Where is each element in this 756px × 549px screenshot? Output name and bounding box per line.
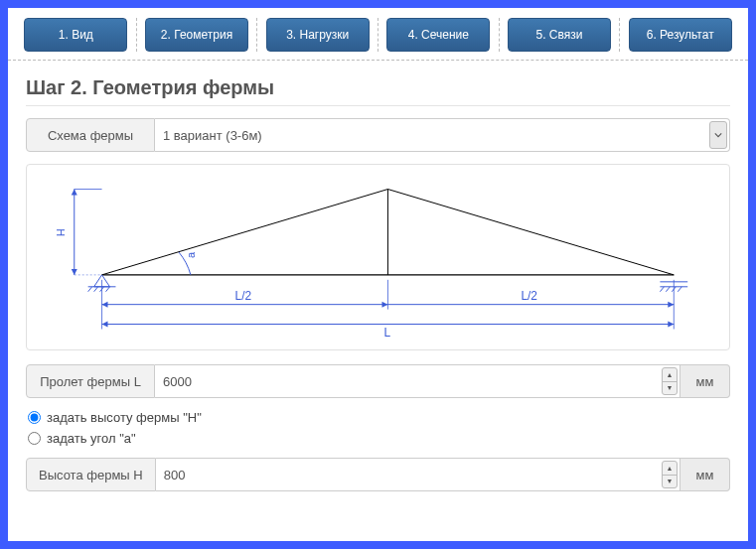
- truss-svg: H a L/2 L/2 L: [43, 181, 713, 340]
- scheme-label: Схема фермы: [26, 118, 155, 152]
- svg-text:L: L: [383, 326, 390, 340]
- scheme-row: Схема фермы 1 вариант (3-6м): [26, 118, 730, 152]
- height-unit: мм: [680, 458, 730, 491]
- svg-line-14: [678, 287, 681, 292]
- define-mode-group: задать высоту фермы "H" задать угол "a": [28, 410, 730, 446]
- svg-line-5: [88, 287, 92, 292]
- tab-links[interactable]: 5. Связи: [508, 18, 611, 52]
- height-row: Высота фермы H ▲ ▼ мм: [26, 458, 730, 491]
- chevron-up-icon: ▲: [663, 462, 677, 476]
- svg-line-8: [106, 287, 110, 292]
- chevron-down-icon: ▼: [663, 476, 677, 488]
- chevron-up-icon: ▲: [663, 368, 677, 382]
- scheme-value: 1 вариант (3-6м): [163, 128, 262, 143]
- span-row: Пролет фермы L ▲ ▼ мм: [26, 364, 730, 398]
- scheme-select[interactable]: 1 вариант (3-6м): [155, 118, 730, 152]
- radio-angle[interactable]: задать угол "a": [28, 431, 730, 446]
- chevron-down-icon: ▼: [663, 382, 677, 395]
- svg-text:H: H: [55, 228, 67, 236]
- span-unit: мм: [680, 364, 730, 398]
- span-label: Пролет фермы L: [26, 364, 155, 398]
- tab-view[interactable]: 1. Вид: [24, 18, 127, 52]
- svg-line-6: [94, 287, 98, 292]
- tab-section[interactable]: 4. Сечение: [386, 18, 490, 52]
- svg-text:L/2: L/2: [235, 289, 252, 303]
- span-input[interactable]: [155, 364, 680, 398]
- span-stepper[interactable]: ▲ ▼: [662, 367, 678, 395]
- radio-angle-input[interactable]: [28, 432, 41, 445]
- radio-height-input[interactable]: [28, 411, 41, 424]
- radio-height-label: задать высоту фермы "H": [47, 410, 202, 425]
- svg-text:L/2: L/2: [521, 289, 537, 303]
- svg-line-1: [387, 190, 674, 275]
- height-input[interactable]: [156, 458, 680, 491]
- height-stepper[interactable]: ▲ ▼: [662, 461, 678, 488]
- svg-line-12: [666, 287, 670, 292]
- svg-text:a: a: [185, 251, 197, 258]
- tab-geometry[interactable]: 2. Геометрия: [145, 18, 248, 52]
- chevron-down-icon: [709, 121, 727, 149]
- page-title: Шаг 2. Геометрия фермы: [26, 76, 730, 106]
- truss-diagram: H a L/2 L/2 L: [26, 164, 730, 350]
- svg-line-0: [102, 190, 388, 275]
- tab-loads[interactable]: 3. Нагрузки: [266, 18, 370, 52]
- svg-line-11: [660, 287, 664, 292]
- wizard-tabs: 1. Вид 2. Геометрия 3. Нагрузки 4. Сечен…: [8, 8, 748, 61]
- tab-result[interactable]: 6. Результат: [629, 18, 732, 52]
- radio-angle-label: задать угол "a": [47, 431, 136, 446]
- height-label: Высота фермы H: [26, 458, 156, 491]
- radio-height[interactable]: задать высоту фермы "H": [28, 410, 730, 425]
